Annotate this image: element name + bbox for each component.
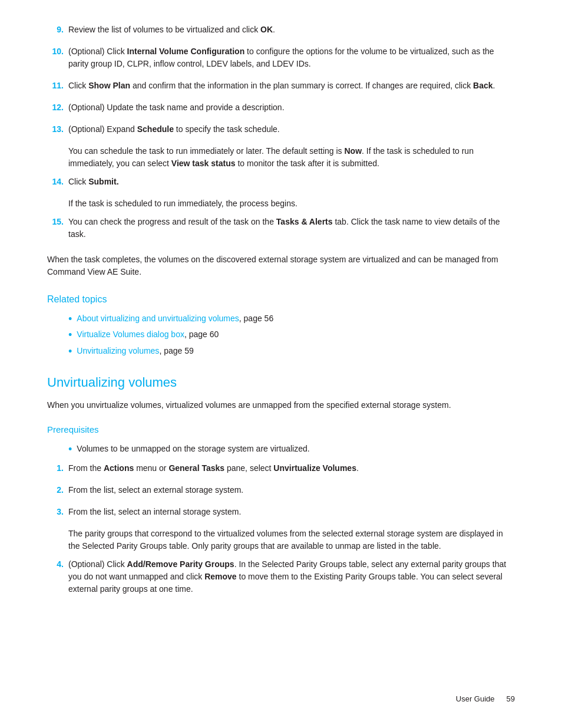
unvirt-step-3-content: From the list, select an internal storag…: [68, 506, 515, 522]
step-10: 10. (Optional) Click Internal Volume Con…: [47, 45, 515, 74]
related-topics-list: • About virtualizing and unvirtualizing …: [68, 312, 515, 358]
step-13: 13. (Optional) Expand Schedule to specif…: [47, 123, 515, 139]
step-13-note: You can schedule the task to run immedia…: [68, 145, 515, 170]
prerequisites-heading: Prerequisites: [47, 423, 515, 437]
step-14-content: Click Submit.: [68, 176, 515, 192]
related-link-3[interactable]: Unvirtualizing volumes: [77, 346, 159, 355]
bullet-icon-3: •: [68, 345, 72, 358]
step-12-content: (Optional) Update the task name and prov…: [68, 101, 515, 117]
unvirt-step-4-list: 4. (Optional) Click Add/Remove Parity Gr…: [47, 558, 515, 599]
unvirt-step-4-content: (Optional) Click Add/Remove Parity Group…: [68, 558, 515, 599]
step-15-list: 15. You can check the progress and resul…: [47, 216, 515, 244]
unvirt-step-num-2: 2.: [47, 484, 64, 500]
footer-page: 59: [507, 693, 515, 705]
step-9: 9. Review the list of volumes to be virt…: [47, 24, 515, 39]
unvirt-step-3: 3. From the list, select an internal sto…: [47, 506, 515, 522]
step-num-15: 15.: [47, 216, 64, 244]
unvirt-step-num-3: 3.: [47, 506, 64, 522]
unvirt-step-num-1: 1.: [47, 462, 64, 478]
prereq-bullet: • Volumes to be unmapped on the storage …: [68, 443, 515, 456]
step-num-14: 14.: [47, 176, 64, 192]
prereq-list: • Volumes to be unmapped on the storage …: [68, 443, 515, 456]
step-15: 15. You can check the progress and resul…: [47, 216, 515, 244]
unvirt-intro: When you unvirtualize volumes, virtualiz…: [47, 399, 515, 411]
main-section-heading: Unvirtualizing volumes: [47, 373, 515, 392]
step-num-12: 12.: [47, 101, 64, 117]
unvirt-step-4: 4. (Optional) Click Add/Remove Parity Gr…: [47, 558, 515, 599]
step-9-content: Review the list of volumes to be virtual…: [68, 24, 515, 39]
unvirt-step-2: 2. From the list, select an external sto…: [47, 484, 515, 500]
step-14-note: If the task is scheduled to run immediat…: [68, 197, 515, 210]
related-topic-3: • Unvirtualizing volumes, page 59: [68, 345, 515, 358]
step-11-content: Click Show Plan and confirm that the inf…: [68, 80, 515, 95]
unvirt-steps-list: 1. From the Actions menu or General Task…: [47, 462, 515, 522]
unvirt-step-num-4: 4.: [47, 558, 64, 599]
step-num-9: 9.: [47, 24, 64, 39]
prereq-bullet-icon: •: [68, 443, 72, 456]
related-topics-heading: Related topics: [47, 292, 515, 307]
related-topic-1: • About virtualizing and unvirtualizing …: [68, 312, 515, 326]
related-link-1[interactable]: About virtualizing and unvirtualizing vo…: [77, 314, 239, 323]
page-footer: User Guide 59: [456, 693, 515, 705]
step-14: 14. Click Submit.: [47, 176, 515, 192]
step-13-content: (Optional) Expand Schedule to specify th…: [68, 123, 515, 139]
unvirt-step-2-content: From the list, select an external storag…: [68, 484, 515, 500]
step-10-content: (Optional) Click Internal Volume Configu…: [68, 45, 515, 74]
footer-label: User Guide: [456, 693, 495, 705]
step-12: 12. (Optional) Update the task name and …: [47, 101, 515, 117]
related-link-2[interactable]: Virtualize Volumes dialog box: [77, 330, 184, 339]
step-num-11: 11.: [47, 80, 64, 95]
unvirt-step-1-content: From the Actions menu or General Tasks p…: [68, 462, 515, 478]
closing-paragraph: When the task completes, the volumes on …: [47, 253, 515, 278]
prereq-text: Volumes to be unmapped on the storage sy…: [77, 443, 309, 455]
bullet-icon-1: •: [68, 312, 72, 326]
bullet-icon-2: •: [68, 328, 72, 342]
steps-14-15: 14. Click Submit.: [47, 176, 515, 192]
unvirt-step-1: 1. From the Actions menu or General Task…: [47, 462, 515, 478]
step-15-content: You can check the progress and result of…: [68, 216, 515, 244]
step-11: 11. Click Show Plan and confirm that the…: [47, 80, 515, 95]
step-3-note: The parity groups that correspond to the…: [68, 528, 515, 552]
related-topic-2: • Virtualize Volumes dialog box, page 60: [68, 328, 515, 342]
step-num-13: 13.: [47, 123, 64, 139]
steps-list: 9. Review the list of volumes to be virt…: [47, 24, 515, 139]
step-num-10: 10.: [47, 45, 64, 74]
